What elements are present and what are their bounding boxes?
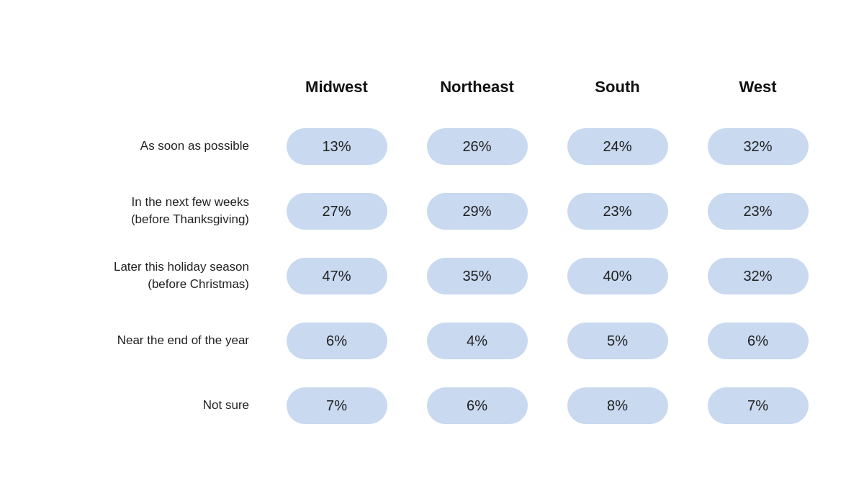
data-cell-2-1: 35% [407, 243, 547, 308]
data-cell-0-0: 13% [266, 114, 407, 179]
pill-2-0: 47% [287, 258, 387, 294]
pill-1-2: 23% [567, 193, 668, 230]
pill-1-3: 23% [708, 193, 809, 230]
data-cell-1-1: 29% [407, 179, 547, 243]
row-label-4: Not sure [36, 373, 266, 438]
pill-1-0: 27% [287, 193, 387, 230]
header-south: South [547, 66, 688, 114]
pill-0-2: 24% [567, 128, 668, 165]
data-cell-4-2: 8% [547, 373, 688, 438]
data-cell-4-0: 7% [266, 373, 407, 438]
pill-3-0: 6% [287, 323, 387, 359]
data-cell-4-3: 7% [688, 373, 828, 438]
data-cell-1-3: 23% [688, 179, 828, 243]
row-label-0: As soon as possible [36, 114, 266, 179]
row-label-1: In the next few weeks(before Thanksgivin… [36, 179, 266, 243]
data-cell-0-2: 24% [547, 114, 688, 179]
row-label-2: Later this holiday season(before Christm… [36, 243, 266, 308]
data-cell-3-0: 6% [266, 308, 407, 373]
data-cell-3-2: 5% [547, 308, 688, 373]
table-grid: Midwest Northeast South West As soon as … [36, 66, 828, 438]
pill-0-1: 26% [427, 128, 528, 165]
header-midwest: Midwest [266, 66, 407, 114]
header-west: West [688, 66, 828, 114]
pill-2-2: 40% [567, 258, 668, 294]
data-cell-2-3: 32% [688, 243, 828, 308]
pill-1-1: 29% [427, 193, 528, 230]
pill-2-1: 35% [427, 258, 528, 294]
main-table: Midwest Northeast South West As soon as … [36, 66, 828, 438]
data-cell-3-1: 4% [407, 308, 547, 373]
data-cell-4-1: 6% [407, 373, 547, 438]
data-cell-0-3: 32% [688, 114, 828, 179]
data-cell-2-2: 40% [547, 243, 688, 308]
pill-3-3: 6% [708, 323, 809, 359]
pill-4-3: 7% [708, 387, 809, 424]
data-cell-1-2: 23% [547, 179, 688, 243]
pill-0-0: 13% [287, 128, 387, 165]
header-northeast: Northeast [407, 66, 547, 114]
pill-4-0: 7% [287, 387, 387, 424]
data-cell-0-1: 26% [407, 114, 547, 179]
data-cell-1-0: 27% [266, 179, 407, 243]
pill-4-1: 6% [427, 387, 528, 424]
header-empty [36, 66, 266, 114]
data-cell-2-0: 47% [266, 243, 407, 308]
row-label-3: Near the end of the year [36, 308, 266, 373]
pill-3-1: 4% [427, 323, 528, 359]
pill-0-3: 32% [708, 128, 809, 165]
pill-2-3: 32% [708, 258, 809, 294]
pill-4-2: 8% [567, 387, 668, 424]
data-cell-3-3: 6% [688, 308, 828, 373]
pill-3-2: 5% [567, 323, 668, 359]
